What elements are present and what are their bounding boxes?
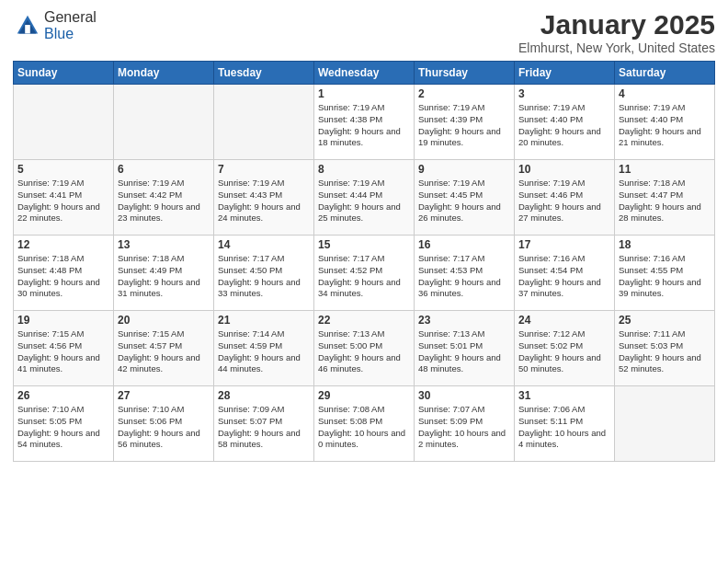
day-cell: 17Sunrise: 7:16 AMSunset: 4:54 PMDayligh…	[515, 236, 615, 311]
day-header-friday: Friday	[515, 62, 615, 85]
week-row-1: 5Sunrise: 7:19 AMSunset: 4:41 PMDaylight…	[14, 160, 715, 236]
day-info: Sunrise: 7:09 AMSunset: 5:07 PMDaylight:…	[218, 404, 310, 451]
day-cell: 30Sunrise: 7:07 AMSunset: 5:09 PMDayligh…	[415, 386, 515, 462]
day-number: 15	[318, 238, 410, 251]
header: General Blue January 2025 Elmhurst, New …	[13, 9, 715, 55]
day-number: 22	[318, 314, 410, 327]
day-info: Sunrise: 7:15 AMSunset: 4:56 PMDaylight:…	[17, 328, 109, 375]
day-number: 10	[518, 163, 610, 176]
day-number: 14	[218, 238, 310, 251]
day-info: Sunrise: 7:19 AMSunset: 4:41 PMDaylight:…	[17, 178, 109, 224]
day-cell: 31Sunrise: 7:06 AMSunset: 5:11 PMDayligh…	[515, 386, 615, 462]
day-info: Sunrise: 7:19 AMSunset: 4:42 PMDaylight:…	[118, 178, 210, 224]
day-number: 13	[118, 238, 210, 251]
day-number: 26	[17, 389, 109, 402]
day-info: Sunrise: 7:17 AMSunset: 4:50 PMDaylight:…	[218, 253, 310, 300]
day-number: 3	[518, 87, 610, 100]
day-number: 5	[17, 163, 109, 176]
day-info: Sunrise: 7:17 AMSunset: 4:53 PMDaylight:…	[418, 253, 510, 300]
day-cell: 9Sunrise: 7:19 AMSunset: 4:45 PMDaylight…	[415, 160, 515, 236]
day-info: Sunrise: 7:15 AMSunset: 4:57 PMDaylight:…	[118, 328, 210, 375]
day-info: Sunrise: 7:19 AMSunset: 4:46 PMDaylight:…	[518, 178, 610, 224]
day-cell: 19Sunrise: 7:15 AMSunset: 4:56 PMDayligh…	[14, 311, 114, 386]
day-cell: 2Sunrise: 7:19 AMSunset: 4:39 PMDaylight…	[415, 85, 515, 160]
day-info: Sunrise: 7:10 AMSunset: 5:06 PMDaylight:…	[118, 404, 210, 451]
logo-general: General	[44, 9, 97, 25]
day-number: 25	[619, 314, 711, 327]
day-info: Sunrise: 7:12 AMSunset: 5:02 PMDaylight:…	[518, 328, 610, 375]
day-info: Sunrise: 7:19 AMSunset: 4:43 PMDaylight:…	[218, 178, 310, 224]
day-info: Sunrise: 7:18 AMSunset: 4:49 PMDaylight:…	[118, 253, 210, 300]
day-header-thursday: Thursday	[415, 62, 515, 85]
day-cell: 6Sunrise: 7:19 AMSunset: 4:42 PMDaylight…	[114, 160, 214, 236]
day-info: Sunrise: 7:19 AMSunset: 4:40 PMDaylight:…	[619, 102, 711, 149]
day-info: Sunrise: 7:07 AMSunset: 5:09 PMDaylight:…	[418, 404, 510, 451]
day-number: 28	[218, 389, 310, 402]
day-cell: 25Sunrise: 7:11 AMSunset: 5:03 PMDayligh…	[615, 311, 715, 386]
week-row-4: 26Sunrise: 7:10 AMSunset: 5:05 PMDayligh…	[14, 386, 715, 462]
logo-icon	[15, 13, 40, 39]
calendar-table: SundayMondayTuesdayWednesdayThursdayFrid…	[13, 61, 715, 462]
day-cell: 29Sunrise: 7:08 AMSunset: 5:08 PMDayligh…	[314, 386, 415, 462]
day-cell: 21Sunrise: 7:14 AMSunset: 4:59 PMDayligh…	[214, 311, 314, 386]
day-cell: 23Sunrise: 7:13 AMSunset: 5:01 PMDayligh…	[415, 311, 515, 386]
day-number: 12	[17, 238, 109, 251]
day-info: Sunrise: 7:19 AMSunset: 4:44 PMDaylight:…	[318, 178, 410, 224]
day-cell: 7Sunrise: 7:19 AMSunset: 4:43 PMDaylight…	[214, 160, 314, 236]
day-info: Sunrise: 7:19 AMSunset: 4:40 PMDaylight:…	[518, 102, 610, 149]
day-info: Sunrise: 7:16 AMSunset: 4:55 PMDaylight:…	[619, 253, 711, 300]
week-row-0: 1Sunrise: 7:19 AMSunset: 4:38 PMDaylight…	[14, 85, 715, 160]
svg-rect-2	[25, 25, 30, 33]
day-info: Sunrise: 7:16 AMSunset: 4:54 PMDaylight:…	[518, 253, 610, 300]
day-number: 9	[418, 163, 510, 176]
logo-blue: Blue	[44, 26, 74, 41]
day-info: Sunrise: 7:08 AMSunset: 5:08 PMDaylight:…	[318, 404, 410, 451]
day-cell	[114, 85, 214, 160]
day-number: 19	[17, 314, 109, 327]
day-info: Sunrise: 7:11 AMSunset: 5:03 PMDaylight:…	[619, 328, 711, 375]
day-info: Sunrise: 7:19 AMSunset: 4:38 PMDaylight:…	[318, 102, 410, 149]
day-number: 6	[118, 163, 210, 176]
day-cell: 1Sunrise: 7:19 AMSunset: 4:38 PMDaylight…	[314, 85, 415, 160]
day-cell: 27Sunrise: 7:10 AMSunset: 5:06 PMDayligh…	[114, 386, 214, 462]
day-header-wednesday: Wednesday	[314, 62, 415, 85]
day-cell: 22Sunrise: 7:13 AMSunset: 5:00 PMDayligh…	[314, 311, 415, 386]
day-number: 29	[318, 389, 410, 402]
day-cell: 24Sunrise: 7:12 AMSunset: 5:02 PMDayligh…	[515, 311, 615, 386]
day-cell: 28Sunrise: 7:09 AMSunset: 5:07 PMDayligh…	[214, 386, 314, 462]
day-number: 30	[418, 389, 510, 402]
day-info: Sunrise: 7:18 AMSunset: 4:47 PMDaylight:…	[619, 178, 711, 224]
day-number: 4	[619, 87, 711, 100]
day-number: 20	[118, 314, 210, 327]
day-number: 16	[418, 238, 510, 251]
day-info: Sunrise: 7:17 AMSunset: 4:52 PMDaylight:…	[318, 253, 410, 300]
day-number: 17	[518, 238, 610, 251]
day-cell: 4Sunrise: 7:19 AMSunset: 4:40 PMDaylight…	[615, 85, 715, 160]
week-row-3: 19Sunrise: 7:15 AMSunset: 4:56 PMDayligh…	[14, 311, 715, 386]
day-info: Sunrise: 7:18 AMSunset: 4:48 PMDaylight:…	[17, 253, 109, 300]
day-info: Sunrise: 7:10 AMSunset: 5:05 PMDaylight:…	[17, 404, 109, 451]
day-number: 21	[218, 314, 310, 327]
day-cell: 14Sunrise: 7:17 AMSunset: 4:50 PMDayligh…	[214, 236, 314, 311]
day-cell: 12Sunrise: 7:18 AMSunset: 4:48 PMDayligh…	[14, 236, 114, 311]
day-header-sunday: Sunday	[14, 62, 114, 85]
day-number: 24	[518, 314, 610, 327]
day-cell	[615, 386, 715, 462]
day-number: 7	[218, 163, 310, 176]
day-header-monday: Monday	[114, 62, 214, 85]
day-cell: 20Sunrise: 7:15 AMSunset: 4:57 PMDayligh…	[114, 311, 214, 386]
day-cell: 16Sunrise: 7:17 AMSunset: 4:53 PMDayligh…	[415, 236, 515, 311]
day-cell: 3Sunrise: 7:19 AMSunset: 4:40 PMDaylight…	[515, 85, 615, 160]
day-number: 1	[318, 87, 410, 100]
day-cell: 5Sunrise: 7:19 AMSunset: 4:41 PMDaylight…	[14, 160, 114, 236]
page: General Blue January 2025 Elmhurst, New …	[0, 0, 728, 563]
day-cell: 13Sunrise: 7:18 AMSunset: 4:49 PMDayligh…	[114, 236, 214, 311]
day-number: 27	[118, 389, 210, 402]
day-cell: 26Sunrise: 7:10 AMSunset: 5:05 PMDayligh…	[14, 386, 114, 462]
day-info: Sunrise: 7:13 AMSunset: 5:01 PMDaylight:…	[418, 328, 510, 375]
day-info: Sunrise: 7:06 AMSunset: 5:11 PMDaylight:…	[518, 404, 610, 451]
day-number: 23	[418, 314, 510, 327]
day-cell: 18Sunrise: 7:16 AMSunset: 4:55 PMDayligh…	[615, 236, 715, 311]
day-number: 2	[418, 87, 510, 100]
calendar-header-row: SundayMondayTuesdayWednesdayThursdayFrid…	[14, 62, 715, 85]
